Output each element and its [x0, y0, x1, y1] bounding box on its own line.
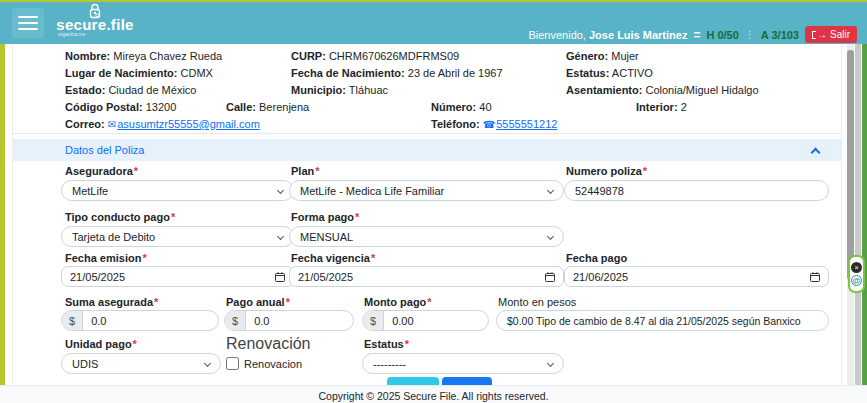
field-correo: Correo: ✉asusumtzr55555@gmail.com: [65, 118, 260, 130]
field-genero: Género: Mujer: [566, 50, 639, 62]
plan-select[interactable]: MetLife - Medica Life Familiar: [289, 180, 564, 201]
field-numero: Número: 40: [431, 101, 492, 113]
field-municipio: Municipio: Tláhuac: [291, 84, 388, 96]
copyright-text: Copyright © 2025 Secure File. All rights…: [318, 390, 548, 402]
field-curp: CURP: CHRM670626MDFRMS09: [291, 50, 459, 62]
renovacion-checkbox-label: Renovacion: [244, 358, 302, 370]
field-interior: Interior: 2: [636, 101, 687, 113]
currency-prefix: $: [62, 311, 83, 330]
label-suma-asegurada: Suma asegurada*: [65, 296, 158, 308]
counter-h-badge: H 0/50: [706, 29, 738, 41]
field-estado: Estado: Ciudad de México: [65, 84, 196, 96]
app-window: secure.file organiza.me Bienvenido, Jose…: [0, 0, 867, 403]
section-title: Datos del Poliza: [65, 144, 145, 156]
suma-asegurada-input[interactable]: $0.0: [61, 310, 219, 331]
field-nombre: Nombre: Mireya Chavez Rueda: [65, 50, 222, 62]
right-edge-stripe: [862, 44, 867, 385]
label-forma-pago: Forma pago*: [291, 211, 359, 223]
chevron-up-icon[interactable]: [811, 148, 821, 158]
numero-poliza-input[interactable]: 52449878: [564, 180, 829, 201]
unidad-pago-select[interactable]: UDIS: [61, 353, 221, 374]
scrollbar-thumb[interactable]: [847, 50, 854, 280]
label-tipo-conducto-pago: Tipo conducto pago*: [65, 211, 175, 223]
floating-widget: × @: [848, 255, 865, 293]
logout-button[interactable]: → Salir: [805, 26, 857, 43]
label-fecha-pago: Fecha pago: [566, 252, 627, 264]
forma-pago-select[interactable]: MENSUAL: [289, 226, 564, 247]
phone-icon: ☎: [483, 119, 495, 130]
envelope-icon: ✉: [108, 119, 116, 130]
at-icon[interactable]: @: [851, 275, 862, 286]
outer-scrollbar[interactable]: [855, 44, 861, 385]
exit-icon: [812, 31, 816, 39]
label-aseguradora: Aseguradora*: [65, 165, 138, 177]
field-telefono: Teléfono: ☎5555551212: [431, 118, 557, 130]
menu-icon[interactable]: [12, 8, 44, 38]
user-name: Jose Luis Martinez: [589, 29, 687, 41]
phone-link[interactable]: 5555551212: [496, 118, 557, 130]
field-calle: Calle: Berenjena: [226, 101, 309, 113]
label-numero-poliza: Numero poliza*: [566, 165, 647, 177]
field-estatus-persona: Estatus: ACTIVO: [566, 67, 653, 79]
tipo-conducto-pago-select[interactable]: Tarjeta de Debito: [61, 226, 294, 247]
currency-prefix: $: [225, 311, 246, 330]
label-unidad-pago: Unidad pago*: [65, 338, 137, 350]
left-edge-stripe: [0, 44, 5, 385]
chevron-down-icon: [547, 233, 554, 240]
calendar-icon: [545, 272, 555, 282]
monto-pago-input[interactable]: $0.00: [362, 310, 489, 331]
brand-name: secure.file: [50, 17, 140, 32]
pago-anual-input[interactable]: $0.0: [224, 310, 354, 331]
counter-a-badge: A 3/103: [761, 29, 799, 41]
monto-en-pesos-input[interactable]: $0.00 Tipo de cambio de 8.47 al dia 21/0…: [496, 310, 829, 331]
footer: Copyright © 2025 Secure File. All rights…: [0, 385, 867, 403]
fecha-pago-input[interactable]: 21/06/2025: [564, 266, 829, 287]
fecha-vigencia-input[interactable]: 21/05/2025: [289, 266, 564, 287]
chevron-down-icon: [547, 187, 554, 194]
aseguradora-select[interactable]: MetLife: [61, 180, 294, 201]
divider: [13, 133, 841, 134]
equals-icon: =: [693, 28, 700, 42]
calendar-icon: [810, 272, 820, 282]
label-monto-pago: Monto pago*: [364, 296, 432, 308]
brand-subtitle: organiza.me: [50, 32, 140, 37]
chevron-down-icon: [204, 360, 211, 367]
label-fecha-vigencia: Fecha vigencia*: [291, 252, 375, 264]
calendar-icon: [275, 272, 285, 282]
field-lugar-nacimiento: Lugar de Nacimiento: CDMX: [65, 67, 213, 79]
record-card: Nombre: Mireya Chavez Rueda CURP: CHRM67…: [12, 44, 842, 385]
currency-prefix: $: [363, 311, 384, 330]
label-plan: Plan*: [291, 165, 320, 177]
renovacion-checkbox[interactable]: [226, 357, 239, 370]
field-fecha-nacimiento: Fecha de Nacimiento: 23 de Abril de 1967: [291, 67, 503, 79]
section-datos-poliza[interactable]: Datos del Poliza: [13, 139, 841, 161]
renovacion-heading: Renovación: [226, 335, 311, 353]
label-pago-anual: Pago anual*: [226, 296, 290, 308]
label-estatus-poliza: Estatus*: [364, 338, 409, 350]
field-asentamiento: Asentamiento: Colonia/Miguel Hidalgo: [566, 84, 759, 96]
close-icon[interactable]: ×: [851, 262, 862, 273]
chevron-down-icon: [277, 187, 284, 194]
fecha-emision-input[interactable]: 21/05/2025: [61, 266, 294, 287]
estatus-select[interactable]: ---------: [362, 353, 564, 374]
chevron-down-icon: [277, 233, 284, 240]
app-logo: secure.file organiza.me: [50, 2, 140, 37]
label-fecha-emision: Fecha emision*: [65, 252, 147, 264]
renovacion-checkbox-row: Renovacion: [226, 357, 302, 370]
dots-divider-icon: ⋮: [745, 29, 755, 40]
top-navbar: secure.file organiza.me Bienvenido, Jose…: [0, 2, 867, 44]
welcome-text: Bienvenido, Jose Luis Martinez: [528, 29, 687, 41]
field-codigo-postal: Código Postal: 13200: [65, 101, 176, 113]
chevron-down-icon: [547, 360, 554, 367]
email-link[interactable]: asusumtzr55555@gmail.com: [117, 118, 260, 130]
label-monto-en-pesos: Monto en pesos: [498, 296, 576, 308]
